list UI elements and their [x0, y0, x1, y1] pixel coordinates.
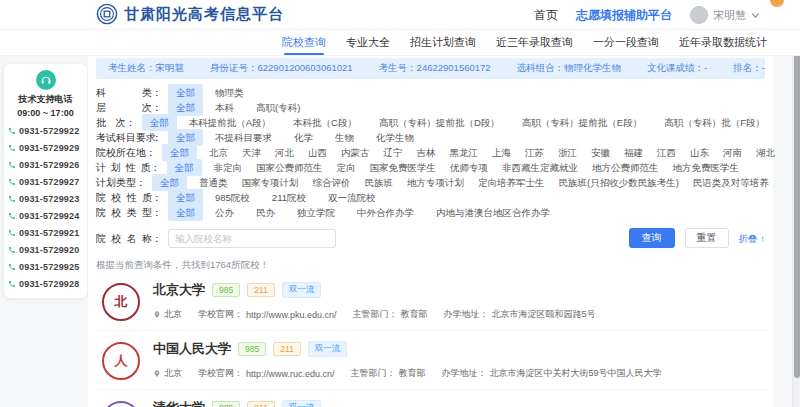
filter-option[interactable]: 北京: [209, 145, 228, 160]
filter-row-batch: 批次： 全部 本科提前批（A段）本科批（C段）高职（专科）提前批（D段）高职（专…: [96, 115, 765, 130]
support-hours: 09:00 ~ 17:00: [4, 108, 87, 118]
filter-row-subject-type: 科类： 全部 物理类: [96, 85, 765, 100]
support-phone-item: 0931-5729927: [4, 173, 87, 190]
filter-option[interactable]: 吉林: [417, 145, 436, 160]
phone-icon: [8, 161, 16, 169]
tab-3yr-admission-query[interactable]: 近三年录取查询: [496, 30, 573, 56]
filter-option[interactable]: 高职（专科）提前批（E段）: [522, 115, 642, 130]
filter-option[interactable]: 优师专项: [450, 160, 488, 175]
filter-option[interactable]: 双一流院校: [328, 190, 376, 205]
filter-option[interactable]: 国家免费医学生: [370, 160, 437, 175]
filter-option[interactable]: 定向: [337, 160, 356, 175]
filter-option[interactable]: 国家公费师范生: [256, 160, 323, 175]
filter-option[interactable]: 高职(专科): [256, 100, 300, 115]
filter-option[interactable]: 211院校: [272, 190, 306, 205]
floating-widget-peek[interactable]: [770, 0, 784, 7]
query-button[interactable]: 查询: [629, 228, 675, 248]
filter-option[interactable]: 不提科目要求: [215, 130, 272, 145]
filter-option[interactable]: 民语类及对等培养: [693, 175, 769, 190]
student-info-field: 选科组合：物理化学生物: [517, 62, 622, 75]
filter-option[interactable]: 黑龙江: [450, 145, 479, 160]
tab-admission-stats[interactable]: 近年录取数据统计: [679, 30, 767, 56]
support-phone-number: 0931-5729927: [19, 177, 79, 187]
filter-option[interactable]: 山西: [308, 145, 327, 160]
filter-option[interactable]: 浙江: [558, 145, 577, 160]
filter-option[interactable]: 高职（专科）提前批（D段）: [379, 115, 500, 130]
filter-option[interactable]: 福建: [624, 145, 643, 160]
filter-option[interactable]: 化学: [294, 130, 313, 145]
college-name-input[interactable]: [168, 229, 336, 248]
filter-option[interactable]: 定向培养军士生: [478, 175, 545, 190]
filter-option[interactable]: 非定向: [214, 160, 243, 175]
filter-label: 院校所在地: [96, 145, 146, 160]
filter-option[interactable]: 安徽: [591, 145, 610, 160]
support-phone-item: 0931-5729922: [4, 122, 87, 139]
phone-icon: [8, 178, 16, 186]
filter-option[interactable]: 河北: [275, 145, 294, 160]
support-phone-item: 0931-5729928: [4, 275, 87, 292]
filter-option[interactable]: 地方公费师范生: [592, 160, 659, 175]
brand: 甘肃阳光高考信息平台: [96, 3, 284, 25]
home-link[interactable]: 首页: [534, 7, 558, 24]
filter-option[interactable]: 内蒙古: [341, 145, 370, 160]
tab-enroll-plan-query[interactable]: 招生计划查询: [410, 30, 476, 56]
user-name: 宋明慧: [713, 8, 746, 23]
university-name[interactable]: 北京大学: [153, 281, 205, 299]
filter-option[interactable]: 综合评价: [313, 175, 351, 190]
student-info-field: 考生姓名：宋明慧: [108, 62, 184, 75]
filter-option[interactable]: 湖北: [756, 145, 775, 160]
filter-option[interactable]: 民办: [256, 205, 275, 220]
filter-option[interactable]: 辽宁: [384, 145, 403, 160]
university-name[interactable]: 清华大学: [153, 399, 205, 407]
filter-option[interactable]: 江西: [657, 145, 676, 160]
filter-option[interactable]: 民族班: [365, 175, 394, 190]
assist-platform-link[interactable]: 志愿填报辅助平台: [576, 7, 672, 24]
support-phone-number: 0931-5729923: [19, 194, 79, 204]
filter-option[interactable]: 本科提前批（A段）: [189, 115, 271, 130]
filter-option[interactable]: 内地与港澳台地区合作办学: [436, 205, 550, 220]
filter-option[interactable]: 独立学院: [297, 205, 335, 220]
scrollbar-thumb[interactable]: [794, 28, 800, 378]
tab-college-query[interactable]: 院校查询: [282, 30, 326, 56]
filter-option[interactable]: 公办: [215, 205, 234, 220]
filter-option[interactable]: 本科: [215, 100, 234, 115]
filter-option[interactable]: 民族班(只招收少数民族考生): [559, 175, 679, 190]
filter-row-plan-type: 计划类型： 全部 普通类国家专项计划综合评价民族班地方专项计划定向培养军士生民族…: [96, 175, 765, 190]
filter-option[interactable]: 地方专项计划: [407, 175, 464, 190]
tab-major-list[interactable]: 专业大全: [346, 30, 390, 56]
filter-option[interactable]: 中外合作办学: [357, 205, 414, 220]
filter-option[interactable]: 物理类: [215, 85, 244, 100]
filter-option[interactable]: 河南: [723, 145, 742, 160]
filter-option[interactable]: 国家专项计划: [242, 175, 299, 190]
tab-score-segment-query[interactable]: 一分一段查询: [593, 30, 659, 56]
filter-option[interactable]: 985院校: [215, 190, 250, 205]
filter-option[interactable]: 天津: [242, 145, 261, 160]
tag-985: 985: [212, 401, 240, 407]
support-phone-number: 0931-5729921: [19, 228, 79, 238]
filter-option[interactable]: 江苏: [525, 145, 544, 160]
filter-option[interactable]: 化学生物: [376, 130, 414, 145]
support-phone-number: 0931-5729924: [19, 211, 79, 221]
filter-option[interactable]: 生物: [335, 130, 354, 145]
nav-bar: 院校查询 专业大全 招生计划查询 近三年录取查询 一分一段查询 近年录取数据统计: [0, 30, 800, 56]
tag-985: 985: [238, 342, 266, 356]
filter-option[interactable]: 高职（专科）批（F段）: [664, 115, 765, 130]
filter-all-chip[interactable]: 全部: [168, 204, 203, 221]
support-phone-item: 0931-5729925: [4, 258, 87, 275]
filter-option[interactable]: 本科批（C段）: [293, 115, 357, 130]
filter-option[interactable]: 地方免费医学生: [673, 160, 740, 175]
reset-button[interactable]: 重置: [685, 228, 729, 248]
filter-option[interactable]: 普通类: [199, 175, 228, 190]
university-department: 主管部门：教育部: [351, 367, 426, 380]
filter-label: 计划类型: [96, 175, 136, 190]
platform-logo-icon: [96, 3, 118, 25]
phone-icon: [8, 212, 16, 220]
support-phone-number: 0931-5729925: [19, 262, 79, 272]
filter-label: 院校名称: [96, 231, 152, 246]
collapse-link[interactable]: 折叠 ↑: [739, 231, 765, 246]
university-name[interactable]: 中国人民大学: [153, 340, 231, 358]
user-menu[interactable]: 宋明慧: [690, 6, 760, 24]
filter-option[interactable]: 上海: [492, 145, 511, 160]
filter-option[interactable]: 非西藏生定藏就业: [502, 160, 578, 175]
filter-option[interactable]: 山东: [690, 145, 709, 160]
